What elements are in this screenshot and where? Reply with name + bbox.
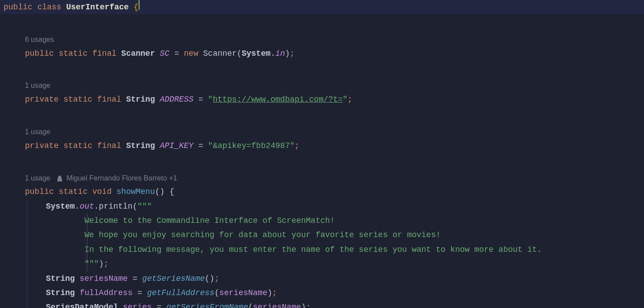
- code-line-var-seriesname[interactable]: String seriesName = getSeriesName();: [4, 271, 644, 286]
- string-apikey: &apikey=fbb24987: [213, 141, 290, 150]
- code-line-empty[interactable]: [4, 107, 644, 121]
- code-editor[interactable]: public class UserInterface { 6 usages pu…: [0, 0, 644, 308]
- usages-text: 1 usage: [25, 126, 50, 139]
- code-line-var-series[interactable]: SeriesDataModel series = getSeriesFromNa…: [4, 300, 644, 308]
- kw-class: class: [37, 3, 62, 12]
- method-name: showMenu: [116, 187, 155, 196]
- inlay-hint-apikey[interactable]: 1 usage: [4, 126, 644, 139]
- brace-open: {: [134, 3, 139, 12]
- code-line-textblock[interactable]: In the following message, you must enter…: [4, 242, 644, 257]
- code-line-empty[interactable]: [4, 14, 644, 29]
- inlay-hint-sc[interactable]: 6 usages: [4, 33, 644, 46]
- code-line-textblock[interactable]: We hope you enjoy searching for data abo…: [4, 228, 644, 242]
- usages-text: 1 usage: [25, 79, 50, 92]
- field-address: ADDRESS: [160, 95, 194, 104]
- method-body: System.out.println(""" Welcome to the Co…: [4, 199, 644, 308]
- code-line-method-decl[interactable]: public static void showMenu() {: [4, 185, 644, 199]
- code-line-textblock[interactable]: Welcome to the Commandline Interface of …: [4, 214, 644, 228]
- code-line-println[interactable]: System.out.println(""": [4, 199, 644, 214]
- author-text: Miguel Fernando Flores Barreto +1: [66, 172, 177, 185]
- code-line-textblock-close[interactable]: """);: [4, 257, 644, 271]
- caret: [139, 0, 139, 10]
- string-url[interactable]: https://www.omdbapi.com/?t=: [213, 95, 343, 104]
- code-line-var-fulladdress[interactable]: String fullAddress = getFullAddress(seri…: [4, 286, 644, 300]
- code-line-field-address[interactable]: private static final String ADDRESS = "h…: [4, 92, 644, 107]
- author-block[interactable]: Miguel Fernando Flores Barreto +1: [57, 172, 177, 185]
- class-name: UserInterface: [66, 3, 128, 12]
- code-line-empty[interactable]: [4, 153, 644, 167]
- person-icon: [57, 175, 63, 181]
- inlay-hint-showmenu[interactable]: 1 usage Miguel Fernando Flores Barreto +…: [4, 172, 644, 185]
- code-line-field-apikey[interactable]: private static final String API_KEY = "&…: [4, 139, 644, 153]
- string-indent-guide: [87, 214, 87, 271]
- field-sc: SC: [160, 49, 170, 58]
- inlay-hint-address[interactable]: 1 usage: [4, 79, 644, 92]
- field-apikey: API_KEY: [160, 141, 194, 150]
- text-block: Welcome to the Commandline Interface of …: [4, 214, 644, 271]
- kw-public: public: [4, 3, 33, 12]
- usages-text: 6 usages: [25, 33, 54, 46]
- code-line-class-decl[interactable]: public class UserInterface {: [0, 0, 644, 14]
- usages-text: 1 usage: [25, 172, 50, 185]
- code-line-empty[interactable]: [4, 61, 644, 75]
- code-line-field-sc[interactable]: public static final Scanner SC = new Sca…: [4, 46, 644, 61]
